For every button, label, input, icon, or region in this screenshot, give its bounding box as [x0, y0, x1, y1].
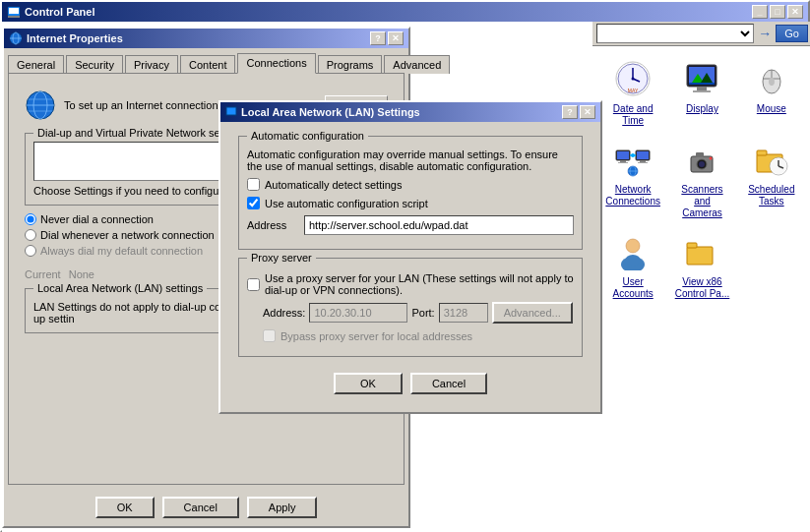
tabs-bar: General Security Privacy Content Connect… — [4, 48, 408, 73]
svg-rect-25 — [637, 151, 649, 159]
lan-ok-button[interactable]: OK — [334, 373, 403, 394]
lan-body: Automatic configuration Automatic config… — [220, 122, 600, 412]
bypass-checkbox[interactable] — [263, 329, 276, 342]
go-arrow-icon: → — [758, 26, 772, 41]
scanners-cameras-label: Scanners and Cameras — [673, 184, 730, 219]
proxy-addr-row: Address: Port: Advanced... — [247, 302, 574, 324]
address-bar[interactable] — [596, 24, 754, 43]
auto-detect-label: Automatically detect settings — [265, 179, 402, 191]
lan-title-text: Local Area Network (LAN) Settings — [241, 106, 420, 118]
go-button[interactable]: Go — [776, 25, 808, 42]
cp-icons-area: → Go MAY Date and Time — [592, 22, 810, 532]
tab-content[interactable]: Content — [180, 55, 236, 74]
svg-rect-21 — [617, 151, 629, 159]
icon-network[interactable]: Network Connections — [600, 135, 665, 223]
scanners-cameras-icon — [681, 139, 722, 180]
lan-bottom-buttons: OK Cancel — [230, 365, 591, 402]
icon-view-x86[interactable]: View x86 Control Pa... — [669, 227, 734, 304]
svg-point-46 — [625, 255, 641, 266]
bypass-row: Bypass proxy server for local addresses — [247, 329, 574, 342]
lan-settings-dialog: Local Area Network (LAN) Settings ? ✕ Au… — [218, 100, 602, 414]
svg-rect-1 — [9, 8, 19, 14]
icon-display[interactable]: Display — [669, 54, 734, 131]
control-panel-window: Control Panel _ □ ✕ → Go — [0, 0, 810, 532]
inet-titlebar-buttons: ? ✕ — [370, 31, 404, 45]
auto-detect-row: Automatically detect settings — [247, 178, 574, 191]
inet-ok-button[interactable]: OK — [95, 497, 155, 518]
svg-point-35 — [699, 161, 705, 167]
cp-titlebar: Control Panel _ □ ✕ — [2, 2, 808, 22]
inet-apply-button[interactable]: Apply — [247, 497, 318, 518]
never-dial-radio[interactable] — [25, 213, 36, 225]
current-value: None — [69, 268, 94, 280]
icon-mouse[interactable]: Mouse — [739, 54, 804, 131]
tab-connections[interactable]: Connections — [237, 53, 315, 74]
proxy-address-input[interactable] — [309, 303, 407, 323]
svg-text:MAY: MAY — [628, 88, 639, 93]
user-accounts-label: User Accounts — [604, 276, 661, 300]
inet-help-button[interactable]: ? — [370, 31, 386, 45]
use-script-label: Use automatic configuration script — [265, 198, 428, 209]
proxy-desc: Use a proxy server for your LAN (These s… — [265, 272, 574, 296]
inet-cancel-button[interactable]: Cancel — [162, 497, 239, 518]
svg-rect-47 — [687, 247, 713, 265]
tab-programs[interactable]: Programs — [318, 55, 383, 74]
lan-group-title: Local Area Network (LAN) settings — [33, 282, 207, 294]
icon-scanners-cameras[interactable]: Scanners and Cameras — [669, 135, 734, 223]
svg-point-7 — [632, 78, 635, 81]
proxy-checkbox[interactable] — [247, 278, 260, 291]
svg-rect-22 — [620, 160, 626, 162]
address-label: Address — [247, 219, 296, 231]
cp-title-text: Control Panel — [25, 6, 95, 18]
scheduled-tasks-icon — [751, 139, 792, 180]
lan-cancel-button[interactable]: Cancel — [410, 373, 487, 394]
mouse-label: Mouse — [757, 103, 786, 115]
mouse-icon — [751, 58, 792, 99]
cp-icon — [7, 5, 21, 19]
address-row: Address — [247, 215, 574, 235]
address-input[interactable] — [304, 215, 574, 235]
svg-rect-27 — [638, 162, 648, 163]
auto-detect-checkbox[interactable] — [247, 178, 260, 191]
tab-security[interactable]: Security — [66, 55, 123, 74]
advanced-button[interactable]: Advanced... — [492, 302, 573, 324]
current-label: Current — [25, 268, 61, 280]
inet-close-button[interactable]: ✕ — [388, 31, 404, 45]
svg-point-19 — [769, 78, 775, 86]
lan-help-button[interactable]: ? — [562, 105, 578, 119]
lan-close-button[interactable]: ✕ — [580, 105, 595, 119]
tab-privacy[interactable]: Privacy — [125, 55, 178, 74]
svg-rect-12 — [693, 90, 711, 92]
user-accounts-icon — [612, 231, 654, 272]
tab-general[interactable]: General — [8, 55, 64, 74]
inet-icon — [9, 31, 23, 45]
close-button[interactable]: ✕ — [787, 5, 803, 19]
dial-whenever-label: Dial whenever a network connection — [40, 229, 215, 241]
dial-whenever-radio[interactable] — [25, 229, 36, 241]
svg-rect-23 — [618, 162, 628, 163]
proxy-server-groupbox: Proxy server Use a proxy server for your… — [238, 258, 583, 357]
svg-point-37 — [710, 157, 713, 160]
port-input[interactable] — [439, 303, 488, 323]
icons-grid: MAY Date and Time — [592, 46, 810, 312]
lan-title-left: Local Area Network (LAN) Settings — [225, 106, 420, 118]
icon-date-time[interactable]: MAY Date and Time — [600, 54, 665, 131]
dialup-group-title: Dial-up and Virtual Private Network sett… — [33, 127, 232, 139]
lan-titlebar: Local Area Network (LAN) Settings ? ✕ — [220, 102, 600, 122]
tab-advanced[interactable]: Advanced — [384, 55, 450, 74]
minimize-button[interactable]: _ — [752, 5, 768, 19]
maximize-button[interactable]: □ — [770, 5, 785, 19]
icon-user-accounts[interactable]: User Accounts — [600, 227, 665, 304]
cp-toolbar: → Go — [592, 22, 810, 46]
svg-rect-11 — [697, 87, 707, 90]
always-dial-label: Always dial my default connection — [40, 245, 203, 257]
scheduled-tasks-label: Scheduled Tasks — [743, 184, 800, 207]
always-dial-radio[interactable] — [25, 245, 36, 257]
display-icon — [681, 58, 722, 99]
cp-title-left: Control Panel — [7, 5, 95, 19]
icon-scheduled-tasks[interactable]: Scheduled Tasks — [739, 135, 804, 223]
proxy-checkbox-row: Use a proxy server for your LAN (These s… — [247, 272, 574, 296]
inet-title-text: Internet Properties — [27, 32, 123, 44]
use-script-checkbox[interactable] — [247, 197, 260, 209]
svg-point-44 — [626, 239, 640, 253]
